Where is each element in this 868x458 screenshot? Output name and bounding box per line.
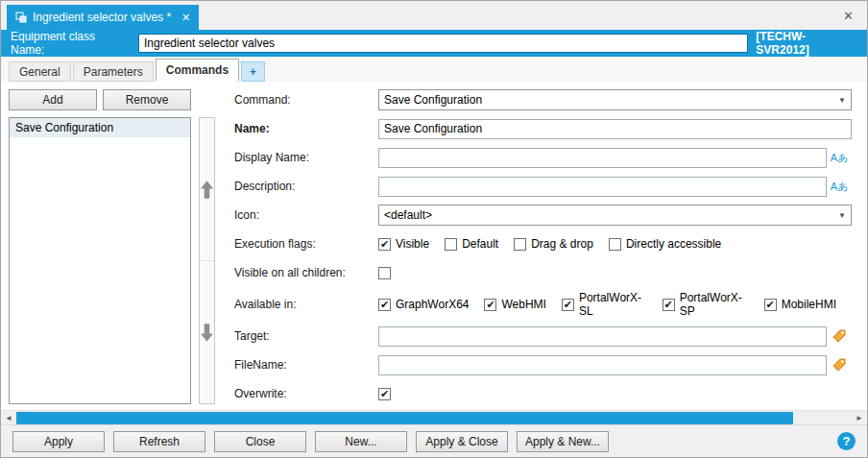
checkbox-portalworx-sl[interactable]: PortalWorX-SL xyxy=(562,291,647,318)
remove-button[interactable]: Remove xyxy=(103,89,191,110)
tab-parameters[interactable]: Parameters xyxy=(73,61,154,82)
name-label: Name: xyxy=(234,122,378,135)
checkbox-box xyxy=(514,238,526,251)
tab-close-icon[interactable]: ✕ xyxy=(181,12,190,24)
overwrite-label: Overwrite: xyxy=(234,387,378,400)
checkbox-graphworx64[interactable]: GraphWorX64 xyxy=(378,298,469,311)
description-row: Description: Aあ xyxy=(234,176,852,197)
description-input[interactable] xyxy=(378,177,827,197)
checkbox-drag-drop[interactable]: Drag & drop xyxy=(514,237,593,251)
checkbox-label: WebHMI xyxy=(501,298,545,311)
icon-dropdown[interactable]: <default> ▼ xyxy=(378,205,852,226)
checkbox-label: Default xyxy=(462,237,498,251)
checkbox-box xyxy=(378,388,391,400)
display-name-row: Display Name: Aあ xyxy=(234,147,852,168)
command-dropdown[interactable]: Save Configuration ▼ xyxy=(378,89,852,110)
checkbox-visible[interactable]: Visible xyxy=(378,237,429,251)
checkbox-label: Drag & drop xyxy=(531,237,593,251)
tag-icon[interactable] xyxy=(827,329,852,343)
localize-icon[interactable]: Aあ xyxy=(827,180,852,194)
footer-button-bar: Apply Refresh Close New... Apply & Close… xyxy=(1,424,867,457)
checkbox-box xyxy=(484,299,496,311)
equipment-class-icon xyxy=(15,12,27,23)
checkbox-label: PortalWorX-SL xyxy=(579,291,647,318)
close-button[interactable]: Close xyxy=(214,431,306,452)
available-in-row: Available in: GraphWorX64 WebHMI PortalW… xyxy=(234,291,852,318)
reorder-controls xyxy=(199,117,215,404)
display-name-label: Display Name: xyxy=(234,151,378,164)
checkbox-box xyxy=(378,299,391,311)
tab-add-new[interactable]: + xyxy=(241,61,265,82)
visible-on-all-children-label: Visible on all children: xyxy=(234,266,378,279)
equipment-class-editor-window: Ingredient selector valves * ✕ ✕ Equipme… xyxy=(0,0,868,458)
scrollbar-thumb[interactable] xyxy=(16,412,793,424)
checkbox-label: Visible xyxy=(396,237,429,251)
checkbox-default[interactable]: Default xyxy=(445,237,498,251)
tab-general[interactable]: General xyxy=(9,61,71,82)
tag-icon[interactable] xyxy=(827,358,852,372)
commands-list-panel: Add Remove Save Configuration xyxy=(9,89,191,404)
move-up-button[interactable] xyxy=(200,118,214,261)
equipment-class-name-input[interactable] xyxy=(138,34,748,53)
equipment-class-header: Equipment class Name: [TECHW-SVR2012] xyxy=(1,30,867,57)
visible-on-all-children-checkbox[interactable] xyxy=(378,267,396,279)
checkbox-box xyxy=(378,267,391,279)
checkbox-label: GraphWorX64 xyxy=(396,298,469,311)
add-button[interactable]: Add xyxy=(9,89,97,110)
arrow-down-icon xyxy=(201,324,213,342)
tab-strip: General Parameters Commands + xyxy=(1,57,867,82)
document-tab[interactable]: Ingredient selector valves * ✕ xyxy=(7,5,199,30)
tab-commands[interactable]: Commands xyxy=(156,59,239,82)
apply-button[interactable]: Apply xyxy=(12,431,105,452)
name-input[interactable] xyxy=(378,119,852,139)
filename-input[interactable] xyxy=(378,355,827,375)
checkbox-box xyxy=(445,238,457,251)
equipment-class-name-label: Equipment class Name: xyxy=(11,30,131,57)
description-label: Description: xyxy=(234,180,378,193)
commands-listbox: Save Configuration xyxy=(9,117,191,404)
list-item[interactable]: Save Configuration xyxy=(10,118,190,137)
checkbox-webhmi[interactable]: WebHMI xyxy=(484,298,545,311)
move-down-button[interactable] xyxy=(200,261,214,403)
server-badge: [TECHW-SVR2012] xyxy=(756,30,857,57)
window-close-icon[interactable]: ✕ xyxy=(835,7,861,25)
visible-on-all-children-row: Visible on all children: xyxy=(234,262,852,283)
execution-flags-row: Execution flags: Visible Default Drag & … xyxy=(234,233,852,254)
icon-label: Icon: xyxy=(234,208,378,222)
overwrite-row: Overwrite: xyxy=(234,383,852,404)
apply-and-new-button[interactable]: Apply & New... xyxy=(517,431,609,452)
commands-panel: Add Remove Save Configuration Command: xyxy=(1,82,867,410)
target-input[interactable] xyxy=(378,326,827,347)
help-icon[interactable]: ? xyxy=(837,432,856,450)
localize-icon[interactable]: Aあ xyxy=(827,151,852,165)
name-row: Name: xyxy=(234,118,852,139)
scrollbar-track[interactable] xyxy=(16,411,852,425)
horizontal-scrollbar[interactable]: ◄ ► xyxy=(1,410,867,424)
checkbox-mobilehmi[interactable]: MobileHMI xyxy=(764,298,836,311)
command-label: Command: xyxy=(234,93,378,107)
scroll-right-icon[interactable]: ► xyxy=(852,414,867,422)
scroll-left-icon[interactable]: ◄ xyxy=(1,414,16,422)
icon-dropdown-value: <default> xyxy=(384,208,432,222)
checkbox-box xyxy=(562,299,574,311)
list-toolbar: Add Remove xyxy=(9,89,191,110)
arrow-up-icon xyxy=(201,181,213,199)
refresh-button[interactable]: Refresh xyxy=(113,431,205,452)
display-name-input[interactable] xyxy=(378,148,827,168)
checkbox-box xyxy=(609,238,621,251)
checkbox-directly-accessible[interactable]: Directly accessible xyxy=(609,237,721,251)
command-dropdown-value: Save Configuration xyxy=(384,93,482,107)
checkbox-box xyxy=(663,299,675,311)
icon-row: Icon: <default> ▼ xyxy=(234,205,852,226)
overwrite-checkbox[interactable] xyxy=(378,388,396,400)
filename-row: FileName: xyxy=(234,354,852,375)
available-in-label: Available in: xyxy=(234,298,378,311)
apply-and-close-button[interactable]: Apply & Close xyxy=(416,431,508,452)
checkbox-box xyxy=(764,299,777,311)
chevron-down-icon: ▼ xyxy=(838,211,846,220)
chevron-down-icon: ▼ xyxy=(838,96,846,105)
checkbox-label: PortalWorX-SP xyxy=(680,291,749,318)
command-row: Command: Save Configuration ▼ xyxy=(234,89,852,110)
new-button[interactable]: New... xyxy=(315,431,407,452)
checkbox-portalworx-sp[interactable]: PortalWorX-SP xyxy=(663,291,749,318)
